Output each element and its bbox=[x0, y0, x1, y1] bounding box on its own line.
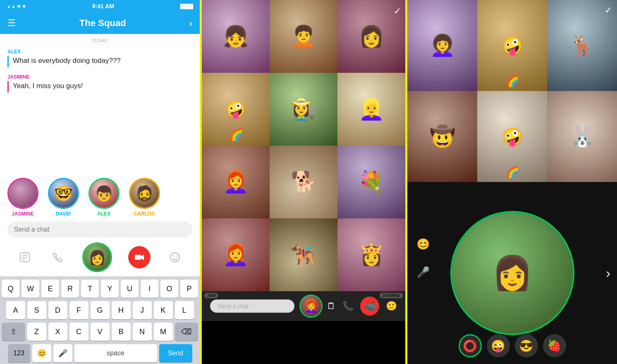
hamburger-icon[interactable]: ☰ bbox=[7, 18, 16, 29]
carlos-avatar: 🧔 bbox=[129, 178, 160, 209]
friend-item-jasmine[interactable]: JASMINE bbox=[4, 178, 41, 217]
right-photo-2: 🤪 🌈 bbox=[477, 0, 547, 91]
mid-phone-icon[interactable]: 📞 bbox=[342, 301, 354, 311]
key-backspace[interactable]: ⌫ bbox=[175, 323, 198, 341]
key-t[interactable]: T bbox=[81, 280, 99, 298]
key-y[interactable]: Y bbox=[101, 280, 119, 298]
center-avatar-icon[interactable]: 👩 bbox=[82, 242, 112, 272]
photo-cell-4: 🤪 🌈 bbox=[202, 73, 270, 146]
message-author-jasmine: JASMINE bbox=[7, 74, 192, 80]
emoji-circle-empty[interactable]: ⭕ bbox=[459, 334, 482, 357]
phone-icon[interactable] bbox=[49, 249, 67, 266]
key-m[interactable]: M bbox=[154, 323, 173, 341]
mid-emoji-icon[interactable]: 🙂 bbox=[386, 301, 397, 311]
mid-sticker-icon[interactable]: 🗒 bbox=[327, 301, 336, 311]
message-text-alex: What is everybody doing today??? bbox=[13, 56, 121, 66]
right-photo-3: 🦌 ✓ bbox=[547, 0, 617, 91]
message-bar-jasmine bbox=[7, 81, 9, 93]
alex-name: ALEX bbox=[97, 211, 110, 217]
bottom-bar-cell: JAM JASMINE Send a chat 👩‍🦰 🗒 📞 📹 🙂 bbox=[202, 291, 405, 321]
key-u[interactable]: U bbox=[121, 280, 139, 298]
nav-bar: ☰ The Squad › bbox=[0, 12, 200, 34]
forward-icon[interactable]: › bbox=[189, 19, 192, 28]
left-panel: ▲▲ ≋ ★ 9:41 AM ████ ☰ The Squad › TODAY … bbox=[0, 0, 202, 364]
photo-cell-1: 👧 bbox=[202, 0, 270, 73]
key-h[interactable]: H bbox=[112, 301, 131, 319]
face-filter-button[interactable]: 😊 bbox=[414, 235, 432, 253]
key-j[interactable]: J bbox=[133, 301, 152, 319]
emoji-circle-strawberry[interactable]: 🍓 bbox=[543, 334, 566, 357]
key-s[interactable]: S bbox=[27, 301, 46, 319]
photo-cell-8: 🐕 bbox=[270, 146, 337, 218]
checkmark-icon: ✓ bbox=[394, 6, 401, 17]
photo-cell-11: 🐕‍🦺 bbox=[270, 218, 337, 291]
right-side-icons: 😊 🎤 bbox=[414, 235, 432, 281]
photo-cell-7: 👩‍🦰 bbox=[202, 146, 270, 218]
key-send[interactable]: Send bbox=[159, 344, 192, 362]
key-w[interactable]: W bbox=[22, 280, 39, 298]
key-g[interactable]: G bbox=[91, 301, 110, 319]
key-d[interactable]: D bbox=[48, 301, 67, 319]
friend-item-carlos[interactable]: 🧔 CARLOS bbox=[126, 178, 163, 217]
key-q[interactable]: Q bbox=[2, 280, 19, 298]
key-numbers[interactable]: 123 bbox=[8, 344, 30, 362]
message-author-alex: ALEX bbox=[7, 49, 192, 55]
key-f[interactable]: F bbox=[69, 301, 88, 319]
key-i[interactable]: I bbox=[141, 280, 158, 298]
group-title: The Squad bbox=[79, 18, 126, 29]
message-text-jasmine: Yeah, I miss you guys! bbox=[13, 81, 83, 91]
key-emoji[interactable]: 😊 bbox=[32, 344, 51, 362]
right-photo-5: 🤪 🌈 bbox=[477, 91, 547, 182]
friend-item-alex[interactable]: 👦 ALEX bbox=[85, 178, 122, 217]
action-bar: 👩 bbox=[0, 240, 200, 276]
key-o[interactable]: O bbox=[160, 280, 178, 298]
emoji-circle-wink[interactable]: 😜 bbox=[487, 334, 510, 357]
video-call-button[interactable] bbox=[128, 246, 151, 268]
keyboard: Q W E R T Y U I O P A S D F G H J K L ⇧ … bbox=[0, 276, 200, 364]
key-z[interactable]: Z bbox=[27, 323, 46, 341]
bottom-emoji-row: ⭕ 😜 😎 🍓 bbox=[459, 334, 566, 357]
key-x[interactable]: X bbox=[48, 323, 67, 341]
key-p[interactable]: P bbox=[180, 280, 198, 298]
mid-video-icon[interactable]: 📹 bbox=[360, 297, 379, 316]
mic-button[interactable]: 🎤 bbox=[414, 263, 432, 281]
emoji-icon[interactable] bbox=[166, 249, 184, 266]
key-space[interactable]: space bbox=[74, 344, 157, 362]
svg-rect-4 bbox=[135, 255, 141, 260]
photo-cell-10: 👩‍🦰 bbox=[202, 218, 270, 291]
photo-cell-12: 👸 bbox=[337, 218, 405, 291]
key-r[interactable]: R bbox=[61, 280, 79, 298]
keyboard-row-3: ⇧ Z X C V B N M ⌫ bbox=[2, 323, 198, 341]
mid-call-avatar: 👩‍🦰 bbox=[299, 295, 323, 318]
svg-point-7 bbox=[172, 256, 174, 257]
keyboard-row-1: Q W E R T Y U I O P bbox=[2, 280, 198, 298]
right-panel: 👩‍🦱 🤪 🌈 🦌 ✓ 🤠 🤪 🌈 🐰 bbox=[407, 0, 617, 364]
key-l[interactable]: L bbox=[175, 301, 194, 319]
middle-panel: 👧 🧑‍🦱 👩 ✓ 🤪 🌈 👩‍🌾 👱‍♀️ bbox=[202, 0, 407, 364]
key-a[interactable]: A bbox=[6, 301, 25, 319]
send-chat-input[interactable] bbox=[7, 222, 192, 237]
key-v[interactable]: V bbox=[91, 323, 110, 341]
alex-avatar: 👦 bbox=[88, 178, 120, 209]
right-photo-4: 🤠 bbox=[407, 91, 477, 182]
right-checkmark-icon: ✓ bbox=[605, 5, 612, 16]
keyboard-row-4: 123 😊 🎤 space Send bbox=[2, 344, 198, 362]
key-mic[interactable]: 🎤 bbox=[53, 344, 72, 362]
time-display: 9:41 AM bbox=[92, 3, 114, 10]
status-bar: ▲▲ ≋ ★ 9:41 AM ████ bbox=[0, 0, 200, 12]
key-shift[interactable]: ⇧ bbox=[2, 323, 25, 341]
message-block-alex: ALEX What is everybody doing today??? bbox=[7, 49, 192, 67]
key-n[interactable]: N bbox=[133, 323, 152, 341]
friend-item-david[interactable]: 🤓 DAVID bbox=[45, 178, 82, 217]
key-c[interactable]: C bbox=[69, 323, 88, 341]
key-k[interactable]: K bbox=[154, 301, 173, 319]
chevron-down-icon[interactable]: › bbox=[606, 266, 610, 281]
sticker-icon[interactable] bbox=[16, 249, 33, 266]
emoji-circle-cool[interactable]: 😎 bbox=[515, 334, 538, 357]
signal-icons: ▲▲ ≋ ★ bbox=[7, 4, 26, 9]
key-e[interactable]: E bbox=[41, 280, 59, 298]
key-b[interactable]: B bbox=[112, 323, 131, 341]
mid-send-chat-input[interactable]: Send a chat bbox=[210, 299, 294, 313]
right-bottom-bar: ⭕ 😜 😎 🍓 bbox=[407, 331, 617, 364]
photo-cell-2: 🧑‍🦱 bbox=[270, 0, 337, 73]
